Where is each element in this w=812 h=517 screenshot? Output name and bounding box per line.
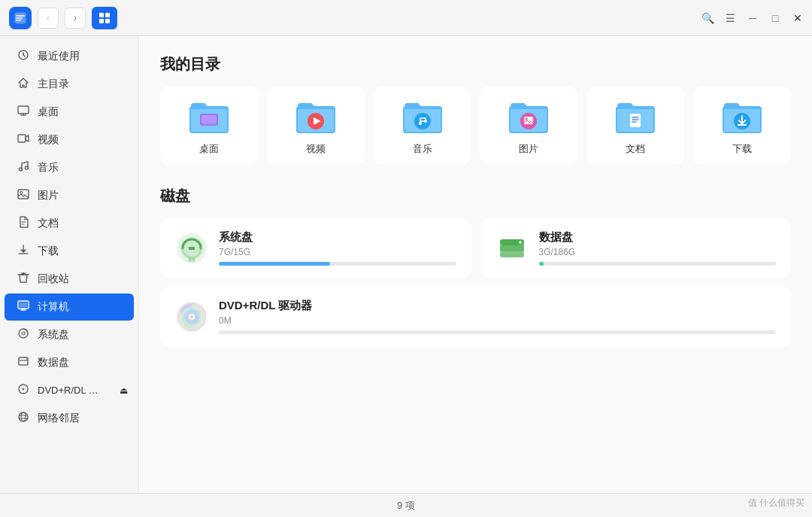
sidebar-label-desktop: 桌面 (38, 105, 59, 119)
sidebar-item-recent[interactable]: 最近使用 (5, 43, 134, 70)
sys-disk-fill (219, 262, 330, 266)
my-dir-title: 我的目录 (160, 54, 791, 75)
sidebar-item-trash[interactable]: 回收站 (5, 266, 134, 293)
svg-rect-3 (99, 19, 104, 23)
sidebar-label-download: 下载 (38, 245, 59, 258)
dvd-disk-info: DVD+R/DL 驱动器 0M (219, 299, 776, 334)
svg-point-31 (526, 118, 528, 120)
svg-rect-7 (18, 135, 26, 142)
folder-picture-label: 图片 (519, 142, 538, 156)
picture-icon (17, 188, 30, 203)
main-layout: 最近使用 主目录 桌面 视频 音乐 (0, 36, 812, 493)
desktop-icon (17, 105, 30, 120)
eject-icon: ⏏ (120, 385, 128, 396)
disk-sys[interactable]: 系统 系统盘 7G/15G (160, 218, 471, 278)
back-button[interactable]: ‹ (38, 8, 59, 29)
svg-point-27 (419, 122, 422, 125)
svg-point-21 (21, 412, 26, 421)
svg-point-15 (22, 332, 25, 335)
folder-download-label: 下载 (732, 142, 752, 156)
folder-download[interactable]: 下载 (693, 87, 791, 165)
folder-picture[interactable]: 图片 (480, 87, 577, 165)
home-icon (17, 77, 30, 92)
folder-video-icon (295, 99, 337, 135)
app-icon (9, 7, 32, 29)
sidebar-item-document[interactable]: 文档 (5, 210, 134, 237)
sidebar-item-music[interactable]: 音乐 (5, 154, 134, 181)
sidebar: 最近使用 主目录 桌面 视频 音乐 (0, 36, 139, 493)
sidebar-label-trash: 回收站 (38, 272, 69, 286)
svg-rect-6 (18, 106, 29, 114)
maximize-button[interactable]: □ (770, 13, 780, 23)
sidebar-label-video: 视频 (38, 133, 59, 147)
sidebar-item-computer[interactable]: 计算机 (5, 293, 134, 321)
minimize-button[interactable]: ─ (747, 13, 758, 23)
svg-rect-13 (20, 303, 27, 307)
sidebar-item-dvd[interactable]: DVD+R/DL 驱… ⏏ (5, 377, 134, 404)
svg-point-11 (20, 192, 23, 194)
folder-desktop-label: 桌面 (199, 142, 219, 156)
close-button[interactable]: ✕ (792, 13, 803, 23)
menu-button[interactable]: ☰ (725, 13, 735, 23)
sidebar-item-picture[interactable]: 图片 (5, 182, 134, 209)
sidebar-item-download[interactable]: 下载 (5, 238, 134, 265)
svg-rect-23 (201, 115, 217, 124)
folder-video[interactable]: 视频 (267, 87, 365, 165)
svg-rect-1 (99, 13, 104, 17)
music-icon (17, 160, 30, 175)
folder-music-icon (401, 99, 444, 135)
sidebar-item-datadisk[interactable]: 数据盘 (5, 349, 134, 376)
disk-dvd[interactable]: DVD+R/DL 驱动器 0M (160, 287, 791, 346)
sidebar-item-home[interactable]: 主目录 (5, 71, 134, 98)
sidebar-item-video[interactable]: 视频 (5, 126, 134, 154)
data-disk-info: 数据盘 3G/186G (539, 230, 777, 266)
dvd-disk-icon (175, 300, 208, 333)
video-icon (17, 132, 30, 147)
sidebar-label-picture: 图片 (38, 189, 59, 202)
svg-rect-4 (105, 19, 110, 23)
svg-point-8 (20, 168, 23, 171)
folder-music-label: 音乐 (413, 142, 432, 156)
data-disk-bar (539, 262, 777, 266)
svg-point-45 (190, 315, 193, 318)
item-count: 9 项 (397, 499, 415, 512)
folder-video-label: 视频 (306, 142, 326, 156)
recent-icon (17, 49, 30, 64)
watermark: 值 什么值得买 (748, 497, 804, 509)
sidebar-label-computer: 计算机 (38, 300, 69, 314)
svg-rect-32 (630, 114, 641, 127)
sidebar-label-recent: 最近使用 (38, 50, 80, 63)
sidebar-item-desktop[interactable]: 桌面 (5, 99, 134, 126)
folder-document[interactable]: 文档 (586, 87, 684, 165)
window-controls: 🔍 ☰ ─ □ ✕ (702, 13, 803, 23)
svg-rect-41 (500, 251, 524, 257)
svg-point-19 (23, 388, 25, 391)
svg-point-17 (26, 358, 27, 360)
svg-rect-10 (18, 190, 29, 199)
content-area: 我的目录 桌面 (139, 36, 812, 493)
sys-disk-info: 系统盘 7G/15G (219, 230, 456, 266)
svg-rect-40 (500, 245, 524, 251)
download-icon (17, 244, 30, 259)
dvd-disk-size: 0M (219, 315, 776, 326)
disk-title: 磁盘 (160, 186, 791, 206)
status-bar: 9 项 (0, 493, 812, 517)
dvd-icon (17, 383, 30, 398)
sidebar-item-network[interactable]: 网络邻居 (5, 405, 134, 432)
disk-grid: 系统 系统盘 7G/15G (160, 218, 791, 346)
folder-desktop[interactable]: 桌面 (160, 87, 258, 165)
data-disk-fill (539, 262, 544, 266)
sidebar-item-sysdisk[interactable]: 系统盘 (5, 321, 134, 348)
dvd-disk-bar (219, 330, 776, 334)
folder-grid: 桌面 视频 (160, 87, 791, 165)
dvd-disk-name: DVD+R/DL 驱动器 (219, 299, 776, 313)
view-toggle-button[interactable] (92, 7, 117, 29)
svg-point-42 (519, 241, 522, 244)
search-button[interactable]: 🔍 (702, 13, 713, 23)
folder-document-label: 文档 (626, 142, 645, 156)
svg-text:系统: 系统 (188, 257, 195, 262)
forward-button[interactable]: › (65, 8, 86, 29)
folder-music[interactable]: 音乐 (374, 87, 471, 165)
disk-data[interactable]: 数据盘 3G/186G (480, 218, 792, 278)
folder-document-icon (614, 99, 656, 135)
